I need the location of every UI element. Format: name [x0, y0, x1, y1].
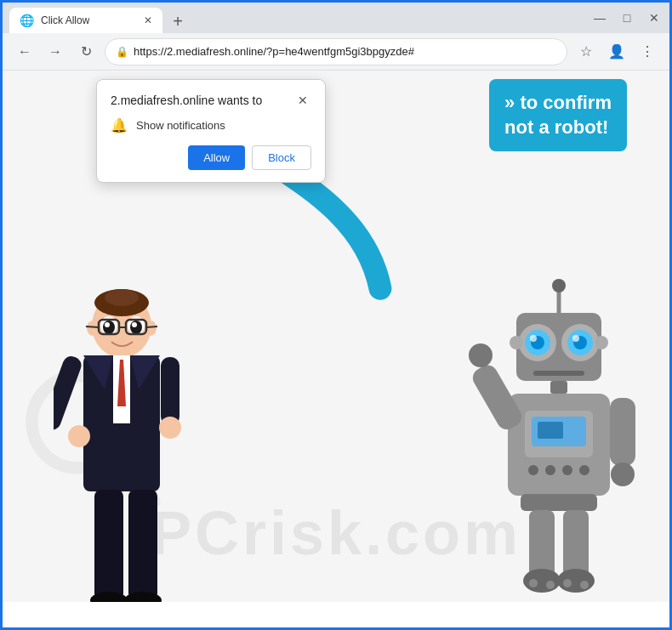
tab-label: Click Allow — [41, 14, 89, 26]
svg-point-62 — [523, 569, 561, 593]
bookmark-icon[interactable]: ☆ — [574, 40, 598, 64]
profile-icon[interactable]: 👤 — [605, 40, 629, 64]
svg-point-42 — [572, 335, 579, 342]
svg-point-64 — [529, 579, 538, 587]
svg-point-25 — [68, 425, 90, 447]
svg-point-11 — [130, 321, 142, 334]
popup-buttons: Allow Block — [111, 145, 311, 170]
reload-button[interactable]: ↻ — [74, 40, 98, 64]
speech-bubble-container: » to confirm not a robot! — [489, 79, 627, 151]
svg-rect-45 — [533, 371, 584, 376]
svg-point-43 — [510, 336, 523, 349]
popup-close-button[interactable]: ✕ — [294, 92, 311, 109]
svg-rect-60 — [529, 510, 555, 578]
bell-icon: 🔔 — [111, 117, 128, 133]
robot-figure — [465, 279, 652, 602]
svg-rect-46 — [550, 381, 567, 394]
allow-button[interactable]: Allow — [188, 145, 245, 170]
svg-rect-28 — [94, 490, 123, 600]
svg-point-67 — [580, 581, 589, 589]
svg-point-12 — [105, 322, 110, 327]
svg-point-63 — [557, 569, 595, 593]
svg-point-33 — [552, 279, 566, 292]
forward-button[interactable]: → — [43, 40, 67, 64]
notification-popup: 2.mediafresh.online wants to ✕ 🔔 Show no… — [96, 79, 326, 183]
url-text: https://2.mediafresh.online/?p=he4wentfg… — [134, 45, 556, 58]
new-tab-button[interactable]: + — [166, 9, 190, 33]
window-controls: — □ ✕ — [591, 11, 663, 25]
svg-point-10 — [103, 321, 115, 334]
svg-point-27 — [159, 417, 181, 439]
title-bar: 🌐 Click Allow ✕ + — □ ✕ — [3, 3, 669, 33]
speech-bubble: » to confirm not a robot! — [489, 79, 627, 151]
svg-rect-24 — [54, 354, 83, 432]
svg-point-58 — [611, 463, 635, 486]
svg-point-54 — [579, 465, 589, 475]
toolbar-right: ☆ 👤 ⋮ — [574, 40, 659, 64]
popup-header: 2.mediafresh.online wants to ✕ — [111, 92, 311, 109]
svg-rect-29 — [128, 490, 157, 600]
person-figure — [54, 279, 207, 602]
address-input-wrap[interactable]: 🔒 https://2.mediafresh.online/?p=he4went… — [105, 38, 567, 65]
lock-icon: 🔒 — [116, 46, 128, 58]
svg-line-18 — [146, 326, 157, 327]
back-button[interactable]: ← — [13, 40, 37, 64]
svg-point-65 — [546, 581, 555, 589]
svg-rect-26 — [161, 357, 179, 425]
menu-icon[interactable]: ⋮ — [635, 40, 659, 64]
block-button[interactable]: Block — [252, 145, 311, 170]
close-button[interactable]: ✕ — [646, 11, 663, 25]
speech-line2: not a robot! — [504, 116, 608, 138]
svg-point-5 — [105, 289, 139, 306]
svg-point-53 — [562, 465, 572, 475]
svg-point-52 — [545, 465, 555, 475]
address-bar: ← → ↻ 🔒 https://2.mediafresh.online/?p=h… — [3, 33, 669, 71]
svg-point-51 — [528, 465, 538, 475]
svg-point-66 — [563, 579, 572, 587]
svg-line-17 — [86, 326, 99, 327]
popup-row-text: Show notifications — [136, 119, 225, 132]
browser-content: PCrisk.com » to confirm not a robot! — [3, 71, 669, 602]
svg-point-6 — [87, 321, 99, 336]
minimize-button[interactable]: — — [591, 11, 608, 25]
popup-title: 2.mediafresh.online wants to — [111, 94, 262, 107]
browser-tab[interactable]: 🌐 Click Allow ✕ — [9, 8, 162, 33]
svg-rect-59 — [521, 494, 597, 511]
svg-point-44 — [595, 336, 608, 349]
svg-point-56 — [469, 343, 493, 367]
speech-line1: » to confirm — [504, 92, 612, 113]
popup-notification-row: 🔔 Show notifications — [111, 117, 311, 133]
svg-rect-50 — [538, 422, 563, 439]
svg-point-41 — [530, 335, 537, 342]
svg-point-13 — [132, 322, 137, 327]
tab-favicon: 🌐 — [20, 14, 34, 27]
tab-close-icon[interactable]: ✕ — [144, 14, 152, 26]
svg-rect-61 — [563, 510, 589, 578]
svg-rect-57 — [610, 398, 635, 466]
maximize-button[interactable]: □ — [618, 11, 635, 25]
